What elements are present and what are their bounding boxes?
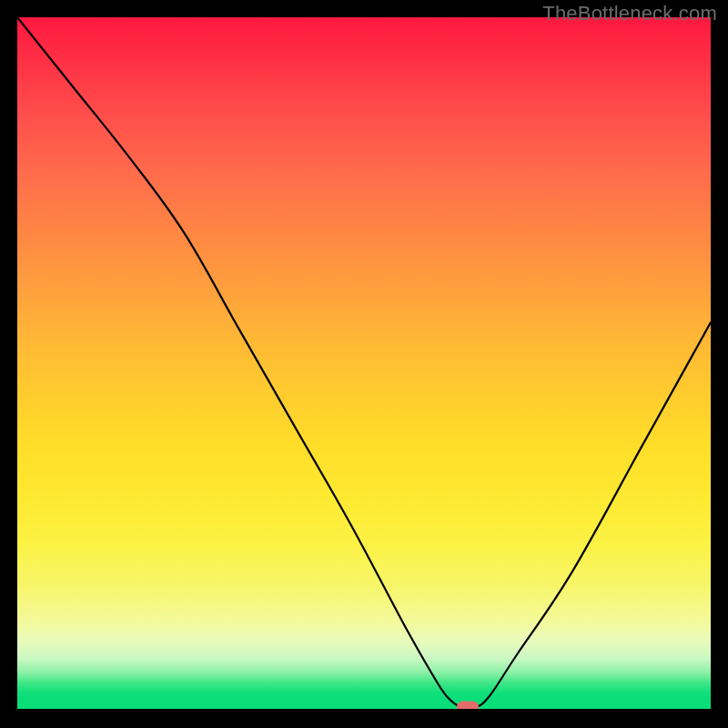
chart-frame: TheBottleneck.com bbox=[0, 0, 728, 728]
x-axis-line bbox=[17, 709, 711, 711]
bottleneck-curve bbox=[17, 17, 711, 711]
watermark-label: TheBottleneck.com bbox=[542, 2, 717, 25]
plot-area bbox=[17, 17, 711, 711]
